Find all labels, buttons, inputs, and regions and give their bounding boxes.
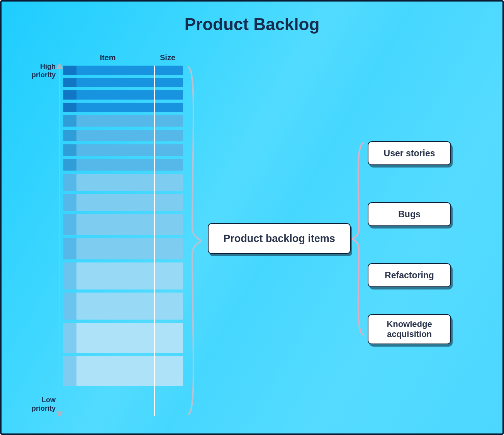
bugs-card: Bugs (368, 202, 451, 226)
knowledge-acquisition-label: Knowledge acquisition (375, 319, 443, 340)
priority-label-low-1: Low (42, 396, 56, 404)
backlog-row (63, 78, 183, 87)
diagram-canvas: Product Backlog Item Size High priority … (0, 0, 504, 435)
backlog-row-handle (63, 194, 76, 211)
backlog-row (63, 293, 183, 320)
backlog-row-handle (63, 214, 76, 235)
backlog-row-body (76, 66, 183, 75)
backlog-row (63, 356, 183, 386)
product-backlog-items-label: Product backlog items (223, 233, 335, 245)
backlog-row (63, 238, 183, 259)
column-header-item: Item (63, 53, 152, 62)
refactoring-card: Refactoring (368, 263, 451, 287)
backlog-row-handle (63, 66, 76, 75)
backlog-row-handle (63, 293, 76, 320)
backlog-row-handle (63, 103, 76, 112)
backlog-row (63, 174, 183, 191)
priority-label-high-1: High (40, 63, 56, 70)
backlog-row-handle (63, 238, 76, 259)
backlog-row-handle (63, 130, 76, 141)
backlog-row (63, 90, 183, 100)
backlog-row-handle (63, 144, 76, 156)
user-stories-card: User stories (368, 141, 451, 165)
backlog-row-body (76, 103, 183, 112)
backlog-row (63, 66, 183, 75)
backlog-row-body (76, 214, 183, 235)
priority-label-low-2: priority (32, 405, 56, 412)
backlog-row-body (76, 130, 183, 141)
backlog-row (63, 262, 183, 289)
backlog-row (63, 144, 183, 156)
backlog-row-handle (63, 174, 76, 191)
backlog-row (63, 214, 183, 235)
backlog-row (63, 130, 183, 141)
product-backlog-items-card: Product backlog items (208, 223, 351, 254)
priority-label-high-2: priority (32, 71, 56, 79)
item-size-divider (154, 66, 155, 416)
arrow-down-icon (56, 411, 63, 418)
curly-brace-right-icon (352, 140, 366, 337)
bugs-label: Bugs (398, 209, 421, 220)
backlog-row-body (76, 115, 183, 127)
backlog-row-body (76, 159, 183, 171)
backlog-row-body (76, 90, 183, 100)
backlog-row (63, 194, 183, 211)
priority-label-low: Low priority (25, 396, 56, 413)
page-title: Product Backlog (2, 15, 502, 34)
backlog-row-body (76, 194, 183, 211)
backlog-row-handle (63, 115, 76, 127)
priority-axis (59, 66, 60, 414)
column-headers: Item Size (63, 53, 183, 62)
priority-label-high: High priority (25, 63, 56, 79)
backlog-row (63, 159, 183, 171)
column-header-size: Size (152, 53, 183, 62)
backlog-row-handle (63, 356, 76, 386)
backlog-row (63, 103, 183, 112)
curly-brace-left-icon (186, 66, 202, 416)
backlog-row-body (76, 356, 183, 386)
backlog-row-handle (63, 78, 76, 87)
backlog-row-body (76, 78, 183, 87)
user-stories-label: User stories (384, 148, 435, 159)
backlog-row-body (76, 144, 183, 156)
backlog-row-body (76, 262, 183, 289)
backlog-row-handle (63, 262, 76, 289)
backlog-row (63, 115, 183, 127)
refactoring-label: Refactoring (385, 270, 434, 281)
backlog-row-body (76, 174, 183, 191)
backlog-stack (63, 66, 183, 416)
backlog-row-handle (63, 90, 76, 100)
backlog-row-body (76, 323, 183, 353)
backlog-row-body (76, 293, 183, 320)
backlog-row-body (76, 238, 183, 259)
backlog-row-handle (63, 323, 76, 353)
backlog-row-handle (63, 159, 76, 171)
knowledge-acquisition-card: Knowledge acquisition (368, 314, 451, 344)
backlog-row (63, 323, 183, 353)
